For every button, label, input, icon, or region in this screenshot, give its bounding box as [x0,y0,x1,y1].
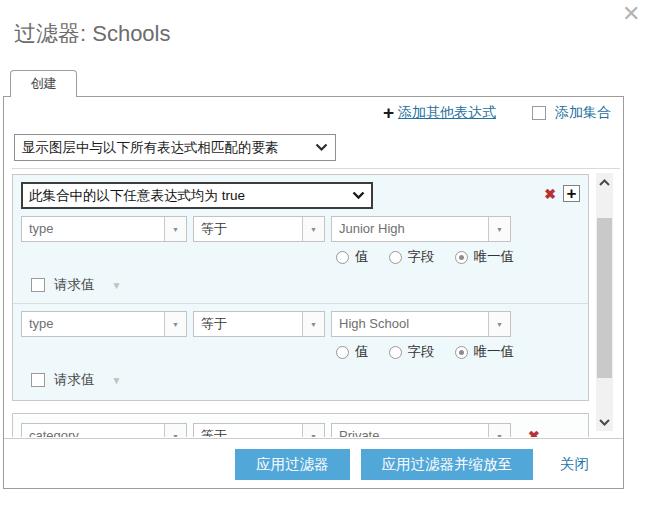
combo-arrow-icon: ▼ [164,424,186,437]
radio-value-label: 值 [355,343,369,361]
combo-arrow-icon: ▼ [488,312,510,336]
delete-set-icon[interactable]: ✖ [544,187,556,201]
combo-arrow-icon: ▼ [164,312,186,336]
expression-divider [13,303,588,304]
set-header: 此集合中的以下任意表达式均为 true ✖ + [21,182,580,209]
value-value: Private [332,424,488,437]
field-value: type [22,217,164,241]
dialog-footer: 应用过滤器 应用过滤器并缩放至 关闭 [4,439,623,489]
dialog-title: 过滤器: Schools [14,19,171,49]
value-select[interactable]: Private ▼ [331,423,511,437]
tab-create[interactable]: 创建 [10,70,77,97]
radio-field-label: 字段 [408,248,435,266]
apply-filter-zoom-button[interactable]: 应用过滤器并缩放至 [361,449,534,480]
plus-icon: + [383,105,394,121]
ask-for-values-checkbox[interactable] [31,278,45,292]
tab-create-label: 创建 [31,76,57,91]
radio-circle [389,251,402,264]
add-set-control[interactable]: 添加集合 [532,104,611,122]
expression-row: type ▼ 等于 ▼ Junior High ▼ [21,216,580,242]
radio-value-label: 值 [355,248,369,266]
ask-for-values-checkbox[interactable] [31,373,45,387]
close-icon[interactable]: ✕ [622,2,640,26]
operator-value: 等于 [194,217,302,241]
radio-unique[interactable]: 唯一值 [455,248,515,266]
radio-unique-label: 唯一值 [474,343,515,361]
field-select[interactable]: type ▼ [21,311,187,337]
expression-row: category ▼ 等于 ▼ Private ▼ ✖ [21,423,580,437]
expression-row: type ▼ 等于 ▼ High School ▼ [21,311,580,337]
radio-field-label: 字段 [408,343,435,361]
add-set-checkbox[interactable] [532,106,546,120]
scroll-up-icon[interactable] [596,173,613,191]
radio-unique-label: 唯一值 [474,248,515,266]
radio-circle [336,251,349,264]
ask-for-values-label: 请求值 [54,371,95,389]
set-operator-select[interactable]: 此集合中的以下任意表达式均为 true [21,182,373,209]
delete-expression-icon[interactable]: ✖ [528,429,540,437]
close-link[interactable]: 关闭 [560,455,589,474]
chevron-down-icon [315,143,328,152]
ask-for-values-label: 请求值 [54,276,95,294]
content-divider [12,168,620,169]
value-select[interactable]: High School ▼ [331,311,511,337]
field-value: type [22,312,164,336]
operator-value: 等于 [194,312,302,336]
expressions-scroll-area: 此集合中的以下任意表达式均为 true ✖ + type ▼ 等于 [12,171,595,437]
combo-arrow-icon: ▼ [164,217,186,241]
combo-arrow-icon: ▼ [302,312,324,336]
radio-circle [336,346,349,359]
scroll-down-icon[interactable] [596,413,613,431]
filter-dialog: ✕ 过滤器: Schools 创建 + 添加其他表达式 添加集合 显示图层中与以… [0,0,645,508]
add-expression-to-set-icon[interactable]: + [563,185,580,202]
radio-unique[interactable]: 唯一值 [455,343,515,361]
radio-value[interactable]: 值 [336,248,369,266]
tab-panel: + 添加其他表达式 添加集合 显示图层中与以下所有表达式相匹配的要素 此集合中的… [3,96,624,489]
value-select[interactable]: Junior High ▼ [331,216,511,242]
operator-select[interactable]: 等于 ▼ [193,423,325,437]
ask-for-values-row: 请求值 ▼ [31,276,580,294]
radio-value[interactable]: 值 [336,343,369,361]
set-actions: ✖ + [544,185,580,202]
value-value: High School [332,312,488,336]
add-set-label: 添加集合 [555,104,611,122]
match-mode-select[interactable]: 显示图层中与以下所有表达式相匹配的要素 [14,134,336,161]
value-value: Junior High [332,217,488,241]
add-expression-label: 添加其他表达式 [398,104,496,122]
plus-icon: + [567,187,577,200]
radio-circle-selected [455,346,468,359]
radio-field[interactable]: 字段 [389,248,435,266]
chevron-down-icon [352,191,365,200]
vertical-scrollbar[interactable] [596,173,613,431]
radio-circle-selected [455,251,468,264]
expression-box: category ▼ 等于 ▼ Private ▼ ✖ 值 字段 [12,413,589,437]
expand-arrow-icon[interactable]: ▼ [112,280,122,291]
radio-circle [389,346,402,359]
operator-select[interactable]: 等于 ▼ [193,311,325,337]
combo-arrow-icon: ▼ [488,424,510,437]
combo-arrow-icon: ▼ [302,217,324,241]
field-select[interactable]: type ▼ [21,216,187,242]
field-select[interactable]: category ▼ [21,423,187,437]
operator-select[interactable]: 等于 ▼ [193,216,325,242]
expression-set: 此集合中的以下任意表达式均为 true ✖ + type ▼ 等于 [12,174,589,401]
combo-arrow-icon: ▼ [488,217,510,241]
value-mode-radios: 值 字段 唯一值 [336,248,580,266]
expression-toolbar: + 添加其他表达式 添加集合 [383,104,611,122]
combo-arrow-icon: ▼ [302,424,324,437]
field-value: category [22,424,164,437]
operator-value: 等于 [194,424,302,437]
apply-filter-button[interactable]: 应用过滤器 [235,449,350,480]
add-expression-link[interactable]: + 添加其他表达式 [383,104,496,122]
ask-for-values-row: 请求值 ▼ [31,371,580,389]
value-mode-radios: 值 字段 唯一值 [336,343,580,361]
match-mode-value: 显示图层中与以下所有表达式相匹配的要素 [22,139,279,157]
set-operator-value: 此集合中的以下任意表达式均为 true [29,187,245,205]
scrollbar-thumb[interactable] [597,218,612,378]
radio-field[interactable]: 字段 [389,343,435,361]
expand-arrow-icon[interactable]: ▼ [112,375,122,386]
